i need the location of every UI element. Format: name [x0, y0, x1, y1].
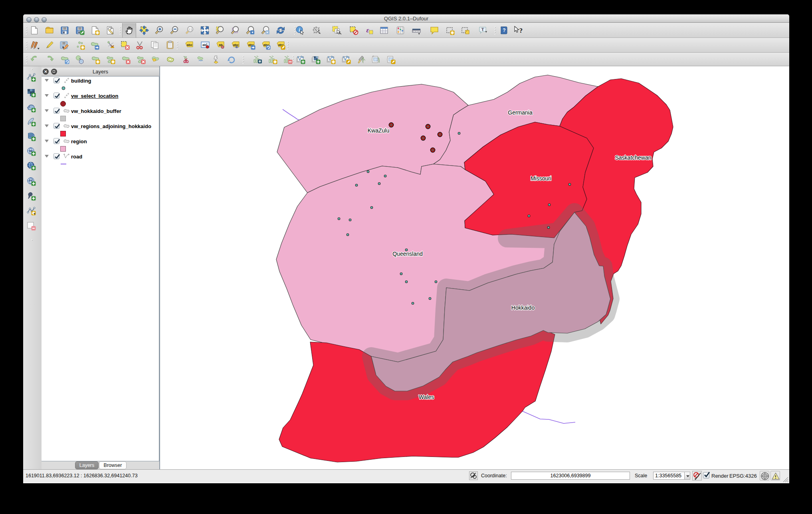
- svg-text:KwaZulu: KwaZulu: [368, 127, 389, 134]
- svg-text:ε: ε: [366, 26, 369, 34]
- svg-text:Wales: Wales: [419, 394, 434, 400]
- svg-text:?: ?: [519, 27, 523, 34]
- svg-text:Saskatchewan: Saskatchewan: [615, 154, 651, 161]
- svg-text:abc: abc: [233, 43, 239, 47]
- svg-text:Hokkaido: Hokkaido: [511, 304, 535, 311]
- svg-text:T: T: [481, 27, 484, 32]
- svg-text:Missouri: Missouri: [531, 175, 551, 182]
- svg-text:Germania: Germania: [508, 109, 533, 116]
- svg-text:abc: abc: [187, 43, 192, 47]
- svg-text:Queensland: Queensland: [392, 251, 423, 257]
- svg-text:?: ?: [503, 28, 505, 33]
- svg-text:ab: ab: [202, 43, 206, 47]
- svg-text:1:1: 1:1: [188, 28, 192, 31]
